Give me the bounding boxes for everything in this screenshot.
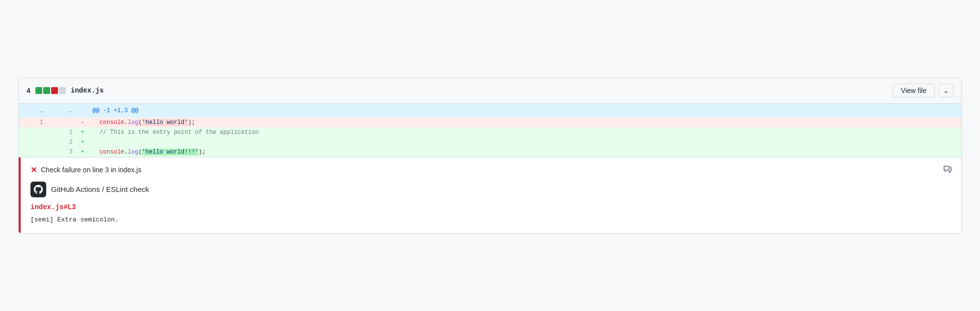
stat-block-gray [59,87,66,94]
stat-block-red [51,87,58,94]
annotation-message: [semi] Extra semicolon. [30,216,951,223]
diff-added-row-3: 3 + console.log('hello world!!!'); [19,147,961,157]
hunk-header-text: @@ -1 +1,3 @@ [87,104,961,118]
annotation-source-separator: / [100,185,106,193]
added3-code: console.log('hello world!!!'); [87,147,961,157]
added3-old-line [19,147,48,157]
annotation-border-accent [19,157,21,233]
annotation-source-name: GitHub Actions / ESLint check [51,185,149,193]
diff-deleted-row: 1 - console.log('hello world'); [19,118,961,127]
added2-sign: + [78,137,87,147]
file-name: index.js [71,87,104,94]
annotation-panel: ✕ Check failure on line 3 in index.js Gi… [19,157,961,233]
diff-added-row-1: 1 + // This is the entry point of the ap… [19,127,961,137]
annotation-source-bold: GitHub Actions [51,185,100,193]
added2-new-line: 2 [48,137,78,147]
added1-new-line: 1 [48,127,78,137]
check-failure-icon: ✕ [30,165,37,175]
added1-code: // This is the entry point of the applic… [87,127,961,137]
added3-new-line: 3 [48,147,78,157]
annotation-file-link[interactable]: index.js#L3 [30,203,951,211]
github-actions-icon [30,182,46,197]
diff-added-row-2: 2 + [19,137,961,147]
chevron-down-icon: ⌄ [943,87,949,94]
deleted-old-line: 1 [19,118,48,127]
stat-block-green1 [35,87,42,94]
annotation-header: ✕ Check failure on line 3 in index.js [30,165,951,175]
added3-sign: + [78,147,87,157]
collapse-button[interactable]: ⌄ [939,84,953,97]
diff-stats [35,87,66,94]
hunk-header-row: … … @@ -1 +1,3 @@ [19,104,961,118]
added2-old-line [19,137,48,147]
annotation-source-normal: ESLint check [106,185,149,193]
diff-header-right: View file ⌄ [893,84,953,97]
hunk-old-line: … [19,104,48,118]
deleted-code: console.log('hello world'); [87,118,961,127]
file-count: 4 [27,87,30,94]
added2-code [87,137,961,147]
added1-sign: + [78,127,87,137]
annotation-action-icon[interactable] [944,165,951,175]
hunk-sign [78,104,87,118]
annotation-source: GitHub Actions / ESLint check [30,182,951,197]
deleted-new-line [48,118,78,127]
annotation-content: ✕ Check failure on line 3 in index.js Gi… [19,157,961,233]
annotation-title: Check failure on line 3 in index.js [41,166,142,174]
diff-container: 4 index.js View file ⌄ … … @@ -1 +1,3 @ [18,78,962,234]
hunk-new-line: … [48,104,78,118]
diff-header: 4 index.js View file ⌄ [19,78,961,104]
diff-table: … … @@ -1 +1,3 @@ 1 - console.log('hello… [19,104,961,157]
deleted-sign: - [78,118,87,127]
view-file-button[interactable]: View file [893,84,935,97]
stat-block-green2 [43,87,50,94]
added1-old-line [19,127,48,137]
diff-header-left: 4 index.js [27,87,104,94]
